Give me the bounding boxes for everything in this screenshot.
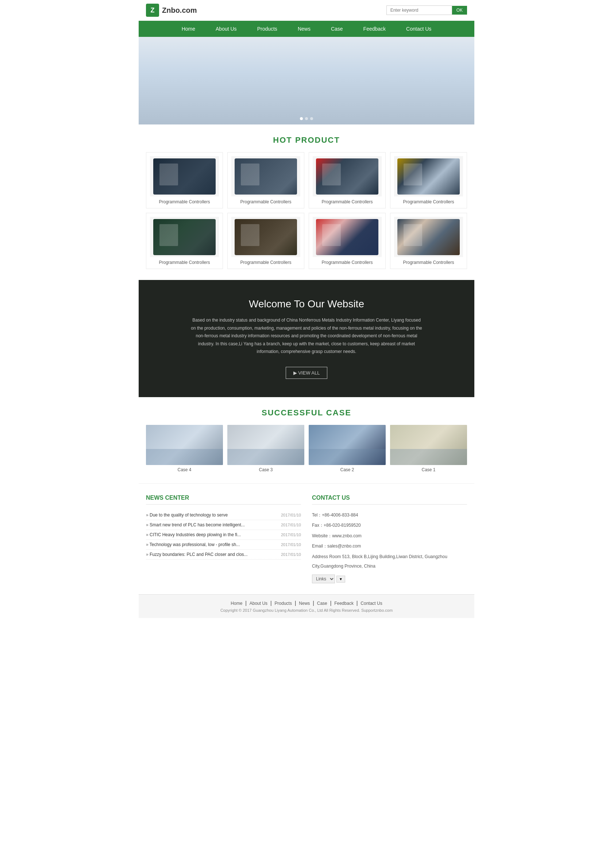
hero-banner: [139, 37, 474, 124]
news-link-4[interactable]: Technology was professional, low - profi…: [146, 542, 240, 547]
product-label-7: Programmable Controllers: [313, 260, 382, 265]
product-img-inner-1: [153, 158, 215, 195]
news-date-3: 2017/01/10: [281, 533, 301, 537]
nav-case[interactable]: Case: [321, 21, 353, 37]
product-label-1: Programmable Controllers: [150, 199, 219, 205]
nav-contact-us[interactable]: Contact Us: [396, 21, 441, 37]
news-link-1[interactable]: Due to the quality of technology to serv…: [146, 513, 228, 518]
product-img-inner-5: [153, 219, 215, 255]
contact-website: Website：www.znbo.com: [312, 531, 467, 541]
case-image-4: [146, 425, 223, 465]
product-card-7[interactable]: Programmable Controllers: [309, 213, 386, 269]
product-img-inner-7: [316, 219, 378, 255]
news-center-title: NEWS CENTER: [146, 494, 301, 505]
nav-products[interactable]: Products: [247, 21, 288, 37]
hot-product-section: HOT PRODUCT Programmable Controllers Pro…: [139, 124, 474, 280]
contact-email: Email：sales@znbo.com: [312, 541, 467, 551]
news-date-1: 2017/01/10: [281, 513, 301, 517]
product-label-6: Programmable Controllers: [231, 260, 300, 265]
footer-link-home[interactable]: Home: [231, 601, 242, 606]
contact-address: Address Room 513, Block B,Lijing Buildin…: [312, 552, 467, 571]
case-img-inner-2: [309, 425, 386, 465]
nav-news[interactable]: News: [288, 21, 321, 37]
product-image-3: [313, 156, 382, 196]
news-link-3[interactable]: CITIC Heavy Industries deep plowing in t…: [146, 532, 241, 537]
successful-case-section: SUCCESSFUL CASE Case 4 Case 3 Case 2 Cas…: [139, 397, 474, 483]
footer-link-news[interactable]: News: [299, 601, 310, 606]
successful-case-title: SUCCESSFUL CASE: [146, 408, 467, 418]
footer-link-contact-us[interactable]: Contact Us: [361, 601, 382, 606]
hero-dots: [300, 117, 313, 120]
links-select[interactable]: Links: [312, 575, 335, 583]
product-image-2: [231, 156, 300, 196]
case-card-3[interactable]: Case 3: [227, 425, 304, 472]
product-label-5: Programmable Controllers: [150, 260, 219, 265]
search-button[interactable]: OK: [452, 6, 467, 15]
hero-image: [139, 37, 474, 124]
case-label-4: Case 4: [146, 467, 223, 472]
hero-background: [139, 37, 474, 124]
product-card-8[interactable]: Programmable Controllers: [390, 213, 467, 269]
nav: Home About Us Products News Case Feedbac…: [139, 21, 474, 37]
logo-text: Znbo.com: [162, 6, 197, 15]
search-input[interactable]: [386, 5, 452, 15]
news-item-4: Technology was professional, low - profi…: [146, 540, 301, 550]
nav-home[interactable]: Home: [172, 21, 206, 37]
case-card-2[interactable]: Case 2: [309, 425, 386, 472]
product-card-6[interactable]: Programmable Controllers: [227, 213, 304, 269]
hot-product-title: HOT PRODUCT: [146, 135, 467, 145]
case-image-2: [309, 425, 386, 465]
footer-link-products[interactable]: Products: [275, 601, 292, 606]
hero-dot-3[interactable]: [310, 117, 313, 120]
welcome-text: Based on the industry status and backgro…: [190, 316, 423, 356]
product-label-2: Programmable Controllers: [231, 199, 300, 205]
welcome-section: Welcome To Our Website Based on the indu…: [139, 280, 474, 397]
links-arrow-button[interactable]: ▼: [336, 576, 345, 583]
news-link-5[interactable]: Fuzzy boundaries: PLC and PAC closer and…: [146, 552, 248, 557]
footer-nav: Home | About Us | Products | News | Case…: [146, 600, 467, 606]
product-image-8: [394, 217, 463, 257]
news-date-5: 2017/01/10: [281, 552, 301, 556]
hero-dot-2[interactable]: [305, 117, 308, 120]
news-item-1: Due to the quality of technology to serv…: [146, 510, 301, 520]
welcome-title: Welcome To Our Website: [146, 298, 467, 310]
case-label-1: Case 1: [390, 467, 467, 472]
footer-link-about-us[interactable]: About Us: [249, 601, 268, 606]
case-img-inner-3: [227, 425, 304, 465]
news-link-2[interactable]: Smart new trend of PLC has become intell…: [146, 522, 245, 527]
product-label-4: Programmable Controllers: [394, 199, 463, 205]
product-label-3: Programmable Controllers: [313, 199, 382, 205]
footer-link-case[interactable]: Case: [317, 601, 327, 606]
case-card-1[interactable]: Case 1: [390, 425, 467, 472]
product-card-5[interactable]: Programmable Controllers: [146, 213, 223, 269]
view-all-button[interactable]: VIEW ALL: [286, 367, 328, 379]
product-img-inner-2: [235, 158, 297, 195]
product-card-3[interactable]: Programmable Controllers: [309, 152, 386, 208]
product-image-7: [313, 217, 382, 257]
hero-dot-1[interactable]: [300, 117, 303, 120]
product-img-inner-6: [235, 219, 297, 255]
news-item-5: Fuzzy boundaries: PLC and PAC closer and…: [146, 550, 301, 560]
contact-fax: Fax：+86-020-81959520: [312, 521, 467, 530]
case-label-3: Case 3: [227, 467, 304, 472]
nav-about-us[interactable]: About Us: [206, 21, 247, 37]
case-img-inner-4: [146, 425, 223, 465]
product-card-1[interactable]: Programmable Controllers: [146, 152, 223, 208]
news-section: NEWS CENTER Due to the quality of techno…: [146, 494, 301, 583]
cases-grid: Case 4 Case 3 Case 2 Case 1: [146, 425, 467, 472]
product-card-2[interactable]: Programmable Controllers: [227, 152, 304, 208]
product-img-inner-3: [316, 158, 378, 195]
footer-link-feedback[interactable]: Feedback: [334, 601, 354, 606]
product-image-6: [231, 217, 300, 257]
news-date-4: 2017/01/10: [281, 542, 301, 547]
links-bar: Links ▼: [312, 575, 467, 583]
product-card-4[interactable]: Programmable Controllers: [390, 152, 467, 208]
product-label-8: Programmable Controllers: [394, 260, 463, 265]
news-item-3: CITIC Heavy Industries deep plowing in t…: [146, 530, 301, 540]
contact-tel: Tel：+86-4006-833-884: [312, 510, 467, 520]
case-card-4[interactable]: Case 4: [146, 425, 223, 472]
logo[interactable]: Z Znbo.com: [146, 4, 197, 17]
footer: Home | About Us | Products | News | Case…: [139, 594, 474, 618]
nav-feedback[interactable]: Feedback: [353, 21, 396, 37]
products-grid: Programmable Controllers Programmable Co…: [146, 152, 467, 269]
